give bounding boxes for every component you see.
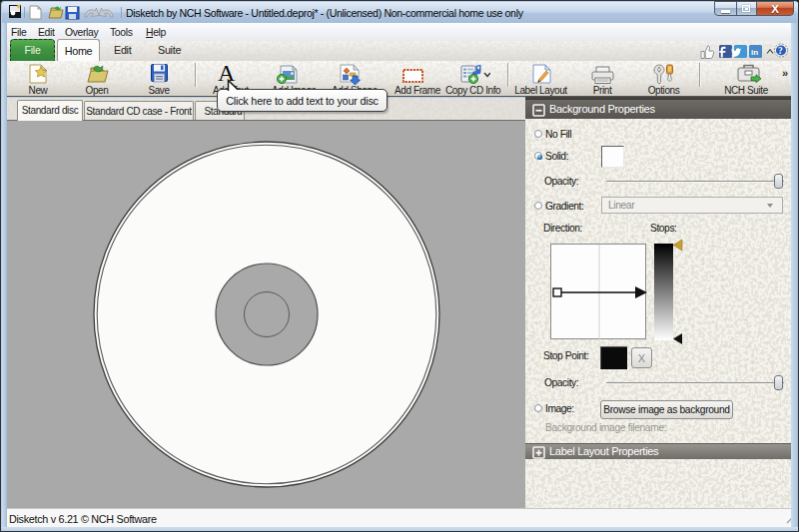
svg-text:?: ? <box>778 46 783 56</box>
svg-text:in: in <box>751 48 758 57</box>
